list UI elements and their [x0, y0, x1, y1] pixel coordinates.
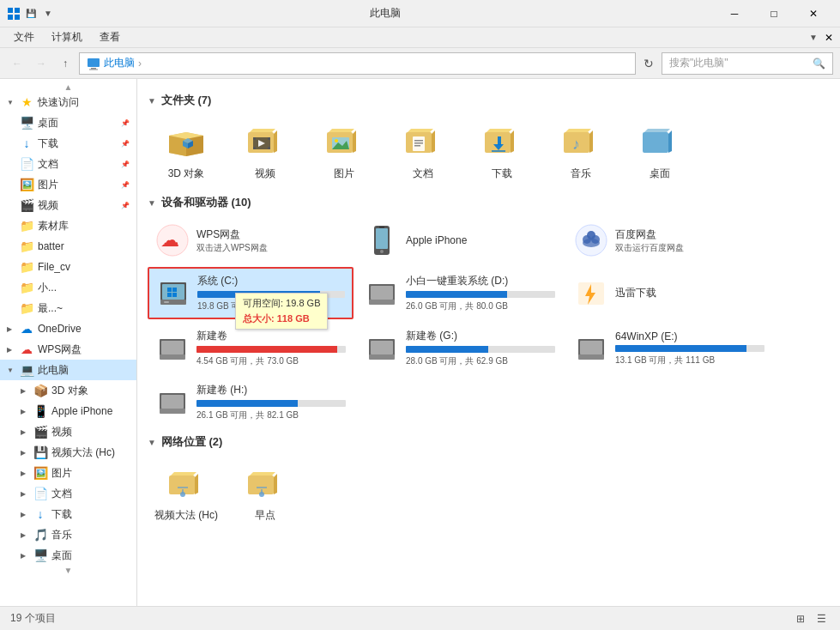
status-count: 19 个项目 [10, 611, 56, 626]
folder-icon: 📁 [19, 218, 34, 233]
drive-wps-cloud[interactable]: ☁ WPS网盘 双击进入WPS网盘 [148, 217, 354, 264]
sidebar-item-documents[interactable]: 📄 文档 📌 [0, 154, 136, 174]
sidebar-iphone[interactable]: ▶ 📱 Apple iPhone [0, 401, 136, 421]
search-bar[interactable]: 搜索"此电脑" 🔍 [662, 52, 833, 75]
folder-video[interactable]: 视频 [227, 115, 304, 188]
sidebar-desktop-2[interactable]: ▶ 🖥️ 桌面 [0, 545, 136, 566]
view-grid-button[interactable]: ⊞ [792, 610, 809, 627]
scroll-up-arrow[interactable]: ▲ [0, 82, 136, 92]
sidebar-item-desktop[interactable]: 🖥️ 桌面 📌 [0, 112, 136, 133]
menu-expand-icon[interactable]: ▼ [809, 33, 818, 42]
section-arrow-3: ▼ [148, 438, 156, 447]
search-icon[interactable]: 🔍 [813, 58, 825, 70]
sidebar-item-videos[interactable]: 🎬 视频 📌 [0, 195, 136, 215]
back-button[interactable]: ← [7, 53, 27, 74]
sidebar-item-small[interactable]: 📁 小... [0, 277, 136, 298]
drive-g-progress-bar [406, 346, 488, 353]
sidebar-item-materials[interactable]: 📁 素材库 [0, 215, 136, 236]
sidebar-quick-access[interactable]: ▼ ★ 快速访问 [0, 92, 136, 112]
sidebar-downloads-2[interactable]: ▶ ↓ 下载 [0, 504, 136, 524]
expand-arrow: ▼ [7, 99, 17, 106]
folder-pictures[interactable]: 图片 [305, 115, 383, 188]
view-list-button[interactable]: ☰ [813, 610, 830, 627]
folder-3d-objects[interactable]: 3D 对象 [148, 115, 225, 188]
save-icon[interactable]: 💾 [24, 7, 38, 21]
dropdown-icon[interactable]: ▼ [41, 7, 55, 21]
devices-section-header[interactable]: ▼ 设备和驱动器 (10) [148, 195, 830, 210]
svg-rect-63 [578, 354, 604, 360]
drive-new-vol[interactable]: 新建卷 4.54 GB 可用，共 73.0 GB [148, 323, 354, 373]
sidebar-this-pc-label: 此电脑 [38, 363, 69, 378]
drive-g-icon [365, 331, 399, 366]
svg-rect-45 [164, 301, 169, 303]
folder-desktop[interactable]: 桌面 [621, 115, 698, 188]
sidebar-item-filecv[interactable]: 📁 File_cv [0, 257, 136, 277]
close-icon-menu[interactable]: ✕ [825, 32, 833, 44]
sidebar-item-downloads[interactable]: ↓ 下载 📌 [0, 133, 136, 154]
sidebar-pictures-2[interactable]: ▶ 🖼️ 图片 [0, 463, 136, 483]
svg-rect-24 [414, 140, 423, 142]
refresh-button[interactable]: ↻ [639, 53, 658, 74]
drive-thunder[interactable]: 迅雷下载 [566, 267, 772, 319]
close-button[interactable]: ✕ [794, 0, 833, 27]
menu-file[interactable]: 文件 [7, 28, 41, 46]
window-controls: ─ □ ✕ [715, 0, 833, 27]
sidebar-docs-2[interactable]: ▶ 📄 文档 [0, 483, 136, 504]
sidebar-video-method[interactable]: ▶ 💾 视频大法 (Hc) [0, 442, 136, 463]
svg-rect-59 [371, 341, 393, 354]
network-section-header[interactable]: ▼ 网络位置 (2) [148, 434, 830, 450]
folder-documents-icon [402, 122, 444, 163]
thunder-icon [574, 276, 608, 311]
address-bar[interactable]: 此电脑 › [79, 52, 636, 75]
drive-grid: ☁ WPS网盘 双击进入WPS网盘 [148, 217, 830, 427]
scroll-down-arrow[interactable]: ▼ [0, 566, 136, 575]
sidebar-this-pc[interactable]: ▼ 💻 此电脑 [0, 360, 136, 380]
menu-computer[interactable]: 计算机 [45, 28, 89, 46]
svg-rect-66 [160, 409, 185, 414]
forward-button[interactable]: → [31, 53, 51, 74]
computer-icon: 💻 [19, 362, 34, 378]
sidebar-item-pictures[interactable]: 🖼️ 图片 📌 [0, 174, 136, 195]
drive-g-stats: 28.0 GB 可用，共 62.9 GB [406, 355, 555, 367]
sidebar-item-recent[interactable]: 📁 最...~ [0, 298, 136, 318]
network-video-method[interactable]: 视频大法 (Hc) [148, 457, 225, 530]
pin-icon: 📌 [121, 140, 130, 148]
sidebar-3d-objects[interactable]: ▶ 📦 3D 对象 [0, 380, 136, 401]
menu-view[interactable]: 查看 [93, 28, 127, 46]
minimize-button[interactable]: ─ [715, 0, 754, 27]
folder-downloads[interactable]: 下载 [463, 115, 541, 188]
drive-e[interactable]: 64WinXP (E:) 13.1 GB 可用，共 111 GB [566, 323, 772, 373]
svg-point-41 [583, 239, 600, 247]
folder-documents[interactable]: 文档 [384, 115, 462, 188]
drive-c[interactable]: 系统 (C:) 19.8 GB 可用，共 118 GB 可用空间: 19.8 G… [148, 267, 354, 319]
folder-video-icon [245, 122, 286, 163]
drive-h[interactable]: 新建卷 (H:) 26.1 GB 可用，共 82.1 GB [148, 377, 354, 427]
sidebar-wps-cloud[interactable]: ▶ ☁ WPS网盘 [0, 339, 136, 360]
pictures-icon-2: 🖼️ [33, 465, 48, 481]
maximize-button[interactable]: □ [754, 0, 794, 27]
sidebar-videos[interactable]: ▶ 🎬 视频 [0, 421, 136, 442]
sidebar-onedrive[interactable]: ▶ ☁ OneDrive [0, 318, 136, 339]
address-separator: › [138, 58, 142, 70]
svg-rect-62 [580, 341, 602, 354]
drive-iphone[interactable]: Apple iPhone [357, 217, 563, 264]
download-icon: ↓ [19, 136, 34, 151]
drive-d[interactable]: 小白一键重装系统 (D:) 26.0 GB 可用，共 80.0 GB [357, 267, 563, 319]
music-icon: 🎵 [33, 527, 48, 542]
drive-g[interactable]: 新建卷 (G:) 28.0 GB 可用，共 62.9 GB [357, 323, 563, 373]
expand-arrow: ▶ [21, 469, 31, 477]
expand-arrow: ▶ [21, 449, 31, 457]
folder-music[interactable]: ♪ 音乐 [542, 115, 619, 188]
drive-baidu-cloud[interactable]: 百度网盘 双击运行百度网盘 [566, 217, 772, 264]
network-breakfast[interactable]: 早点 [227, 457, 304, 530]
svg-rect-4 [88, 58, 100, 67]
address-this-pc[interactable]: 此电脑 [104, 56, 135, 70]
sidebar-music[interactable]: ▶ 🎵 音乐 [0, 524, 136, 545]
sidebar-item-batter[interactable]: 📁 batter [0, 236, 136, 257]
drive-new-vol-name: 新建卷 [196, 329, 346, 343]
sidebar-videos-label: 视频 [51, 425, 72, 439]
drive-d-name: 小白一键重装系统 (D:) [406, 274, 555, 288]
up-button[interactable]: ↑ [55, 53, 76, 74]
folders-section-header[interactable]: ▼ 文件夹 (7) [148, 93, 830, 108]
search-placeholder: 搜索"此电脑" [669, 56, 813, 70]
